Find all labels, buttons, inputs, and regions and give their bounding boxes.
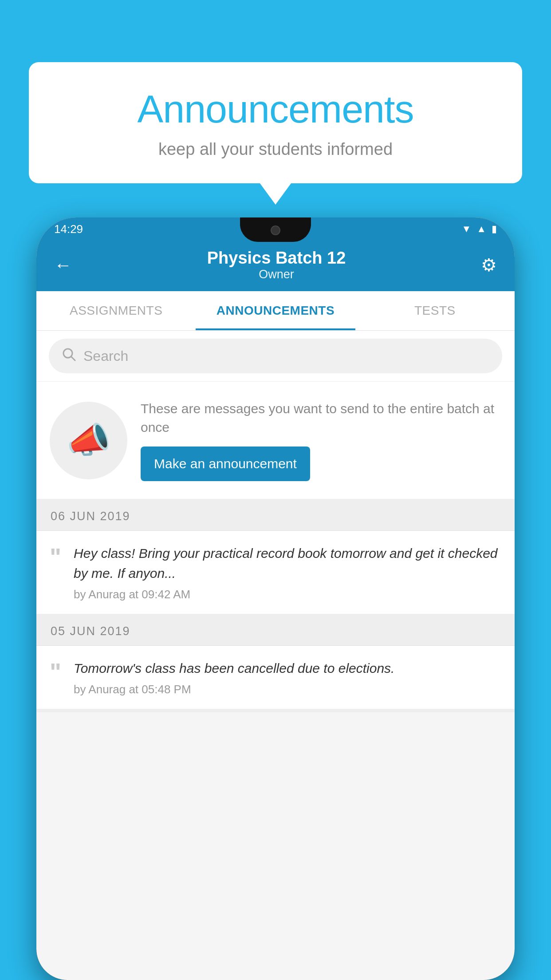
announcement-body-1: Hey class! Bring your practical record b… [74,543,501,583]
settings-icon[interactable]: ⚙ [481,255,497,275]
status-icons: ▼ ▲ ▮ [461,223,497,235]
back-button[interactable]: ← [54,255,72,275]
announcement-text-1: Hey class! Bring your practical record b… [74,543,501,601]
tabs-bar: ASSIGNMENTS ANNOUNCEMENTS TESTS [36,291,515,331]
search-bar[interactable]: Search [49,339,502,373]
speech-bubble: Announcements keep all your students inf… [29,62,522,183]
tab-announcements[interactable]: ANNOUNCEMENTS [196,291,355,330]
phone-notch [240,217,311,242]
announcement-item-1[interactable]: " Hey class! Bring your practical record… [36,531,515,617]
phone-frame: 14:29 ▼ ▲ ▮ ← Physics Batch 12 Owner ⚙ A… [36,217,515,980]
megaphone-circle: 📣 [50,402,127,479]
battery-icon: ▮ [492,223,497,235]
search-icon [61,347,76,365]
tab-tests[interactable]: TESTS [355,291,515,330]
speech-bubble-container: Announcements keep all your students inf… [29,62,522,183]
header-title-block: Physics Batch 12 Owner [72,249,481,281]
speech-bubble-subtitle: keep all your students informed [55,140,496,159]
make-announcement-button[interactable]: Make an announcement [141,447,310,481]
date-separator-1: 06 JUN 2019 [36,502,515,531]
tab-assignments[interactable]: ASSIGNMENTS [36,291,196,330]
wifi-icon: ▼ [461,223,471,235]
signal-icon: ▲ [476,223,486,235]
quote-icon-1: " [50,545,61,569]
prompt-right: These are messages you want to send to t… [141,399,501,481]
phone-screen: 14:29 ▼ ▲ ▮ ← Physics Batch 12 Owner ⚙ A… [36,217,515,980]
header-title: Physics Batch 12 [72,249,481,268]
megaphone-icon: 📣 [67,419,111,461]
header-subtitle: Owner [72,268,481,281]
announcement-body-2: Tomorrow's class has been cancelled due … [74,658,501,678]
status-time: 14:29 [54,222,83,236]
speech-bubble-title: Announcements [55,87,496,132]
svg-line-1 [71,357,75,360]
quote-icon-2: " [50,660,61,684]
announcement-text-2: Tomorrow's class has been cancelled due … [74,658,501,696]
announcement-prompt: 📣 These are messages you want to send to… [36,382,515,502]
front-camera [271,225,280,235]
search-container: Search [36,331,515,382]
announcement-meta-1: by Anurag at 09:42 AM [74,588,501,601]
app-header: ← Physics Batch 12 Owner ⚙ [36,241,515,291]
announcement-meta-2: by Anurag at 05:48 PM [74,683,501,696]
search-placeholder: Search [83,348,128,364]
date-separator-2: 05 JUN 2019 [36,617,515,646]
prompt-description: These are messages you want to send to t… [141,399,501,437]
announcement-item-2[interactable]: " Tomorrow's class has been cancelled du… [36,646,515,712]
